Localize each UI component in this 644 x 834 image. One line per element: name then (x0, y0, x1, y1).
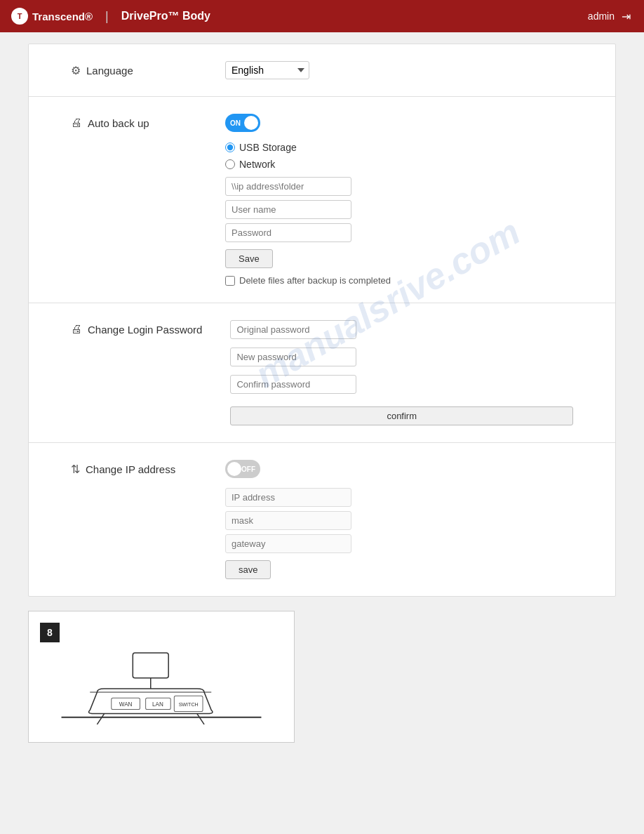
ip-toggle-off-label: OFF (241, 465, 255, 473)
usb-storage-label: USB Storage (239, 142, 297, 153)
admin-label: admin (588, 11, 615, 22)
delete-files-checkbox[interactable] (225, 276, 235, 286)
toggle-slider: ON (225, 114, 260, 132)
change-ip-section: ⇅ Change IP address OFF (29, 443, 615, 596)
gateway-input[interactable] (225, 534, 351, 553)
ip-icon: ⇅ (71, 463, 80, 476)
password-icon: 🖨 (71, 323, 82, 336)
password-input[interactable] (225, 223, 351, 242)
network-radio[interactable] (225, 159, 235, 169)
gear-icon: ⚙ (71, 64, 81, 77)
network-label: Network (239, 159, 275, 170)
router-diagram: WAN LAN SWITCH (40, 649, 283, 728)
svg-line-10 (97, 714, 104, 724)
ip-toggle-wrapper: OFF (225, 460, 573, 478)
change-password-text: Change Login Password (88, 324, 202, 336)
backup-save-button[interactable]: Save (225, 249, 273, 268)
original-password-input[interactable] (230, 320, 356, 339)
backup-type-radio-group: USB Storage Network (225, 142, 573, 170)
auto-backup-toggle-wrapper: ON (225, 114, 573, 132)
auto-backup-label: 🖨 Auto back up (71, 114, 197, 129)
change-ip-row: ⇅ Change IP address OFF (71, 460, 573, 579)
diagram-badge: 8 (40, 623, 60, 642)
svg-text:WAN: WAN (119, 701, 133, 708)
logo: T Transcend® (11, 8, 93, 25)
language-content: English Chinese Japanese (225, 61, 573, 79)
admin-area: admin ⇥ (588, 9, 633, 23)
change-password-content: confirm (230, 320, 573, 425)
username-input[interactable] (225, 200, 351, 219)
svg-text:LAN: LAN (152, 701, 163, 708)
change-password-row: 🖨 Change Login Password confirm (71, 320, 573, 425)
usb-storage-radio[interactable] (225, 143, 235, 152)
settings-card: ⚙ Language English Chinese Japanese (28, 44, 616, 597)
change-ip-content: OFF save (225, 460, 573, 579)
change-ip-text: Change IP address (86, 463, 175, 475)
diagram-section: 8 WAN LAN SWITCH (28, 611, 295, 743)
auto-backup-toggle[interactable]: ON (225, 114, 260, 132)
confirm-password-input[interactable] (230, 375, 356, 394)
network-radio-item: Network (225, 159, 573, 170)
ip-save-button[interactable]: save (225, 560, 271, 579)
delete-checkbox-row: Delete files after backup is completed (225, 275, 573, 286)
auto-backup-row: 🖨 Auto back up ON (71, 114, 573, 286)
change-ip-label: ⇅ Change IP address (71, 460, 197, 476)
toggle-on-label: ON (230, 119, 241, 127)
language-section: ⚙ Language English Chinese Japanese (29, 44, 615, 97)
content-area: manualsrive.com ⚙ Language English Chine… (28, 44, 616, 743)
confirm-password-button[interactable]: confirm (230, 406, 573, 425)
ip-folder-input[interactable] (225, 177, 351, 196)
ip-toggle[interactable]: OFF (225, 460, 260, 478)
ip-address-input[interactable] (225, 488, 351, 507)
logo-text: Transcend® (32, 11, 93, 22)
app-title: DrivePro™ Body (121, 10, 210, 22)
logout-icon[interactable]: ⇥ (619, 9, 633, 23)
main-wrapper: manualsrive.com ⚙ Language English Chine… (0, 32, 644, 754)
auto-backup-content: ON USB Storage Ne (225, 114, 573, 286)
mask-input[interactable] (225, 511, 351, 530)
header-left: T Transcend® | DrivePro™ Body (11, 8, 210, 25)
transcend-logo-icon: T (11, 8, 28, 25)
ip-toggle-slider: OFF (225, 460, 260, 478)
language-text: Language (86, 65, 133, 77)
svg-rect-0 (133, 653, 168, 678)
language-row: ⚙ Language English Chinese Japanese (71, 61, 573, 79)
usb-storage-radio-item: USB Storage (225, 142, 573, 153)
language-select[interactable]: English Chinese Japanese (225, 61, 309, 79)
auto-backup-text: Auto back up (88, 117, 149, 129)
header-divider: | (105, 9, 109, 24)
change-password-section: 🖨 Change Login Password confirm (29, 303, 615, 443)
svg-text:SWITCH: SWITCH (179, 702, 199, 708)
svg-line-11 (197, 714, 204, 724)
auto-backup-section: 🖨 Auto back up ON (29, 97, 615, 303)
change-password-label: 🖨 Change Login Password (71, 320, 202, 336)
password-inputs: confirm (230, 320, 573, 425)
app-header: T Transcend® | DrivePro™ Body admin ⇥ (0, 0, 644, 32)
delete-files-label: Delete files after backup is completed (239, 275, 391, 286)
new-password-input[interactable] (230, 348, 356, 366)
backup-icon: 🖨 (71, 117, 82, 129)
language-label: ⚙ Language (71, 61, 197, 77)
